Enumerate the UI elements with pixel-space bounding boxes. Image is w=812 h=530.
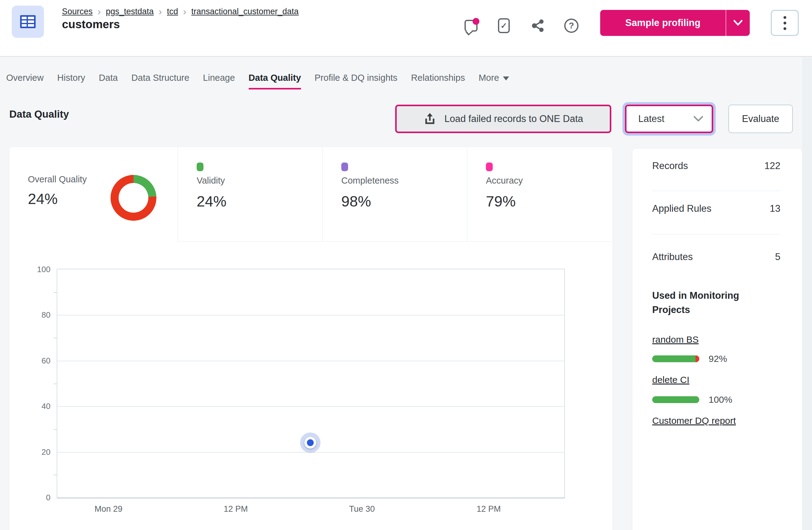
progress-good <box>652 396 699 403</box>
accuracy-badge-icon <box>486 163 493 171</box>
overall-quality-donut <box>111 175 156 221</box>
project-link-delete-ci[interactable]: delete CI <box>652 374 690 385</box>
data-quality-panel: Overall Quality 24% Validity 24% Complet… <box>9 147 612 530</box>
quality-time-chart: 100 80 60 40 20 0 Mon 29 12 PM Tue 30 12… <box>57 269 565 498</box>
help-icon: ? <box>564 18 579 33</box>
chevron-right-icon: › <box>159 8 162 16</box>
chart-point-ring <box>304 437 316 448</box>
tab-data-quality[interactable]: Data Quality <box>249 73 301 89</box>
validity-label: Validity <box>197 176 225 186</box>
validity-value: 24% <box>197 193 227 210</box>
tab-profile-dq-insights[interactable]: Profile & DQ insights <box>315 73 397 88</box>
evaluate-button[interactable]: Evaluate <box>728 105 793 133</box>
overall-quality-label: Overall Quality <box>28 174 87 185</box>
comments-button[interactable] <box>463 18 479 33</box>
share-button[interactable] <box>530 18 546 33</box>
overall-quality-value: 24% <box>28 190 58 207</box>
records-stat: Records 122 <box>652 160 780 172</box>
sample-profiling-label: Sample profiling <box>600 10 726 36</box>
completeness-label: Completeness <box>341 176 398 186</box>
gridline <box>57 315 564 315</box>
y-axis-tick: 0 <box>27 493 50 502</box>
notification-dot <box>473 18 479 25</box>
project-score-row: 100% <box>652 394 733 405</box>
minor-tick <box>54 292 57 293</box>
attributes-stat: Attributes 5 <box>652 251 780 263</box>
sample-profiling-dropdown[interactable] <box>726 10 750 36</box>
table-icon <box>20 15 35 28</box>
applied-rules-value: 13 <box>770 203 780 214</box>
progress-bad <box>696 355 699 362</box>
tab-more[interactable]: More <box>478 73 509 88</box>
version-select[interactable]: Latest <box>625 105 713 133</box>
chevron-down-icon <box>693 115 704 123</box>
completeness-badge-icon <box>341 163 348 171</box>
accuracy-value: 79% <box>486 193 516 210</box>
breadcrumb-pgs-testdata[interactable]: pgs_testdata <box>106 7 154 16</box>
tab-data-structure[interactable]: Data Structure <box>131 73 189 88</box>
chevron-down-icon <box>733 19 743 27</box>
tab-data[interactable]: Data <box>99 73 118 88</box>
minor-tick <box>54 384 57 384</box>
chart-point[interactable] <box>300 432 320 453</box>
project-score: 92% <box>709 354 727 364</box>
completeness-value: 98% <box>341 193 371 210</box>
chart-point-core <box>307 439 314 446</box>
y-axis-tick: 60 <box>27 356 50 366</box>
monitoring-projects-heading: Used in Monitoring Projects <box>652 289 776 317</box>
breadcrumb-tcd[interactable]: tcd <box>167 7 178 16</box>
validity-badge-icon <box>197 163 203 171</box>
accuracy-label: Accuracy <box>486 176 523 186</box>
project-score: 100% <box>709 394 733 405</box>
chevron-right-icon: › <box>98 8 101 16</box>
progress-bar <box>652 355 699 362</box>
header: Sources › pgs_testdata › tcd › transacti… <box>0 0 812 57</box>
caret-down-icon <box>503 76 509 80</box>
records-value: 122 <box>764 160 780 172</box>
more-options-button[interactable] <box>771 10 799 36</box>
validity-card: Validity 24% <box>178 147 322 241</box>
tab-lineage[interactable]: Lineage <box>203 73 235 88</box>
minor-tick <box>54 338 57 338</box>
progress-good <box>652 355 696 362</box>
quality-metric-cards: Overall Quality 24% Validity 24% Complet… <box>9 147 612 241</box>
load-failed-records-button[interactable]: Load failed records to ONE Data <box>395 105 611 133</box>
help-button[interactable]: ? <box>564 18 579 33</box>
tab-overview[interactable]: Overview <box>6 73 44 88</box>
records-label: Records <box>652 160 688 172</box>
sample-profiling-button[interactable]: Sample profiling <box>600 10 750 36</box>
project-score-row: 92% <box>652 354 727 364</box>
completeness-card: Completeness 98% <box>322 147 467 241</box>
y-axis-tick: 80 <box>27 310 50 320</box>
version-select-value: Latest <box>638 113 664 124</box>
project-link-random-bs[interactable]: random BS <box>652 334 699 345</box>
x-axis-tick: Mon 29 <box>95 504 122 514</box>
gridline <box>57 360 564 361</box>
overall-quality-card: Overall Quality 24% <box>9 147 178 241</box>
checkbox-icon: ✓ <box>498 18 510 33</box>
minor-tick <box>54 429 57 430</box>
divider <box>652 191 780 191</box>
breadcrumb-sources[interactable]: Sources <box>62 7 92 16</box>
upload-icon <box>423 112 436 126</box>
tab-history[interactable]: History <box>57 73 85 88</box>
attributes-value: 5 <box>775 251 780 263</box>
chevron-right-icon: › <box>183 8 186 16</box>
divider <box>652 234 780 234</box>
share-icon <box>531 18 545 33</box>
project-link-customer-dq-report[interactable]: Customer DQ report <box>652 415 736 426</box>
y-axis-tick: 20 <box>27 447 50 457</box>
load-failed-records-label: Load failed records to ONE Data <box>445 113 583 124</box>
accuracy-card: Accuracy 79% <box>467 147 612 241</box>
breadcrumb-transactional-customer-data[interactable]: transactional_customer_data <box>191 7 299 16</box>
x-axis-tick: 12 PM <box>223 504 248 514</box>
comment-bubble-icon <box>465 20 478 32</box>
y-axis-tick: 100 <box>27 265 50 274</box>
attributes-label: Attributes <box>652 251 693 263</box>
asset-title: customers <box>62 18 120 31</box>
page-title: Data Quality <box>9 108 69 120</box>
tab-relationships[interactable]: Relationships <box>411 73 465 88</box>
tasks-button[interactable]: ✓ <box>496 18 512 33</box>
y-axis-tick: 40 <box>27 401 50 411</box>
minor-tick <box>54 475 57 475</box>
